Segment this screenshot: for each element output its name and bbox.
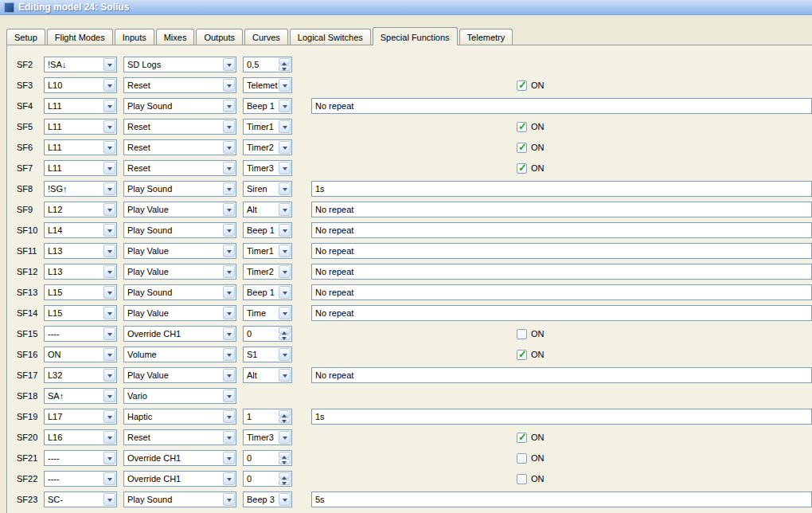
repeat-field[interactable]: No repeat [311, 222, 812, 238]
chevron-down-icon[interactable] [103, 410, 115, 423]
switch-select[interactable]: L13 [44, 264, 117, 280]
enable-checkbox[interactable] [517, 433, 527, 443]
param-select[interactable]: S1 [243, 347, 292, 362]
chevron-down-icon[interactable] [279, 493, 291, 506]
enable-checkbox[interactable] [517, 80, 527, 91]
function-select[interactable]: Play Sound [123, 491, 236, 507]
param-spinner[interactable]: 1 [243, 409, 292, 425]
chevron-down-icon[interactable] [103, 265, 115, 278]
param-select[interactable]: Timer2 [243, 139, 292, 155]
function-select[interactable]: Vario [123, 388, 236, 404]
switch-select[interactable]: !SA↓ [44, 57, 117, 72]
function-select[interactable]: Reset [123, 139, 236, 155]
function-select[interactable]: Play Sound [123, 284, 236, 300]
spin-down-icon[interactable] [279, 459, 291, 465]
switch-select[interactable]: ---- [44, 326, 117, 342]
chevron-down-icon[interactable] [103, 58, 115, 71]
param-select[interactable]: Timer3 [243, 160, 292, 176]
spin-down-icon[interactable] [279, 417, 291, 424]
chevron-down-icon[interactable] [223, 203, 235, 216]
repeat-field[interactable]: 5s [311, 491, 812, 507]
chevron-down-icon[interactable] [223, 79, 235, 92]
enable-checkbox[interactable] [517, 122, 527, 132]
param-select[interactable]: Timer1 [243, 243, 292, 259]
chevron-down-icon[interactable] [279, 141, 291, 154]
param-select[interactable]: Siren [243, 181, 292, 197]
chevron-down-icon[interactable] [103, 162, 115, 174]
repeat-field[interactable]: No repeat [311, 284, 812, 300]
repeat-field[interactable]: 1s [311, 409, 812, 425]
chevron-down-icon[interactable] [279, 286, 291, 299]
function-select[interactable]: Reset [123, 119, 236, 135]
repeat-field[interactable]: 1s [311, 181, 812, 197]
param-spinner[interactable]: 0 [243, 471, 292, 487]
param-spinner[interactable]: 0 [243, 450, 292, 466]
chevron-down-icon[interactable] [103, 120, 115, 133]
switch-select[interactable]: L15 [44, 305, 117, 321]
spin-down-icon[interactable] [279, 480, 291, 486]
function-select[interactable]: Override CH1 [123, 450, 236, 466]
spin-down-icon[interactable] [279, 65, 291, 72]
chevron-down-icon[interactable] [279, 182, 291, 195]
function-select[interactable]: Play Value [123, 264, 236, 280]
chevron-down-icon[interactable] [103, 182, 115, 195]
chevron-down-icon[interactable] [103, 203, 115, 216]
chevron-down-icon[interactable] [103, 348, 115, 361]
chevron-down-icon[interactable] [223, 390, 235, 402]
repeat-field[interactable]: No repeat [311, 367, 812, 383]
spin-up-icon[interactable] [279, 410, 291, 417]
function-select[interactable]: Reset [123, 160, 236, 176]
function-select[interactable]: Play Sound [123, 98, 236, 114]
chevron-down-icon[interactable] [279, 431, 291, 444]
chevron-down-icon[interactable] [223, 162, 235, 174]
chevron-down-icon[interactable] [103, 431, 115, 444]
switch-select[interactable]: ---- [44, 450, 117, 466]
tab-outputs[interactable]: Outputs [196, 29, 243, 45]
switch-select[interactable]: L14 [44, 222, 117, 238]
repeat-field[interactable]: No repeat [311, 264, 812, 280]
switch-select[interactable]: L11 [44, 98, 117, 114]
switch-select[interactable]: L11 [44, 139, 117, 155]
chevron-down-icon[interactable] [223, 224, 235, 237]
chevron-down-icon[interactable] [223, 265, 235, 278]
spin-up-icon[interactable] [279, 452, 291, 458]
param-select[interactable]: Beep 1 [243, 284, 292, 300]
function-select[interactable]: Reset [123, 429, 236, 445]
chevron-down-icon[interactable] [223, 182, 235, 195]
switch-select[interactable]: L10 [44, 77, 117, 93]
function-select[interactable]: SD Logs [123, 57, 236, 72]
param-select[interactable]: Timer3 [243, 429, 292, 445]
switch-select[interactable]: !SG↑ [44, 181, 117, 197]
function-select[interactable]: Play Sound [123, 181, 236, 197]
switch-select[interactable]: ON [44, 347, 117, 362]
repeat-field[interactable]: No repeat [311, 243, 812, 259]
chevron-down-icon[interactable] [103, 100, 115, 112]
function-select[interactable]: Override CH1 [123, 471, 236, 487]
switch-select[interactable]: ---- [44, 471, 117, 487]
param-spinner[interactable]: 0 [243, 326, 292, 342]
chevron-down-icon[interactable] [103, 369, 115, 382]
switch-select[interactable]: L11 [44, 160, 117, 176]
function-select[interactable]: Play Sound [123, 222, 236, 238]
switch-select[interactable]: L13 [44, 243, 117, 259]
chevron-down-icon[interactable] [103, 79, 115, 92]
spin-up-icon[interactable] [279, 58, 291, 65]
chevron-down-icon[interactable] [223, 58, 235, 71]
chevron-down-icon[interactable] [223, 472, 235, 485]
param-select[interactable]: Timer2 [243, 264, 292, 280]
chevron-down-icon[interactable] [279, 369, 291, 382]
tab-logical-switches[interactable]: Logical Switches [290, 29, 371, 45]
chevron-down-icon[interactable] [103, 452, 115, 464]
spin-down-icon[interactable] [279, 335, 291, 341]
chevron-down-icon[interactable] [103, 245, 115, 257]
param-select[interactable]: Alt [243, 367, 292, 383]
chevron-down-icon[interactable] [103, 307, 115, 319]
switch-select[interactable]: L12 [44, 202, 117, 217]
chevron-down-icon[interactable] [103, 493, 115, 506]
chevron-down-icon[interactable] [223, 410, 235, 423]
function-select[interactable]: Play Value [123, 243, 236, 259]
chevron-down-icon[interactable] [279, 245, 291, 257]
chevron-down-icon[interactable] [223, 327, 235, 340]
chevron-down-icon[interactable] [223, 452, 235, 464]
chevron-down-icon[interactable] [223, 307, 235, 319]
